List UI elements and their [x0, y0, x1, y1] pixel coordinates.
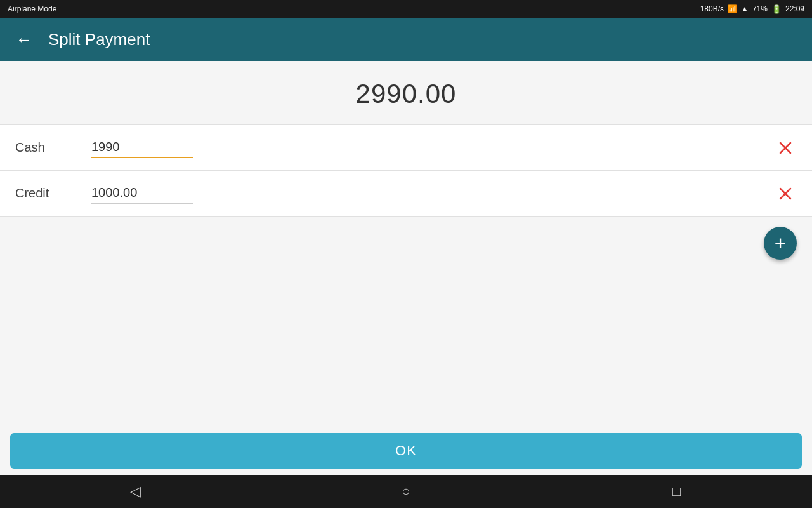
main-content: 2990.00 Cash Credit [0, 61, 812, 437]
cash-delete-button[interactable] [774, 137, 797, 159]
network-speed: 180B/s [700, 4, 724, 13]
credit-row: Credit [0, 171, 812, 217]
nav-back-button[interactable]: ◁ [119, 476, 151, 507]
wifi-icon: ▲ [741, 4, 749, 13]
add-payment-button[interactable]: + [764, 227, 797, 260]
add-button-container: + [0, 217, 812, 270]
ok-button[interactable]: OK [10, 433, 802, 469]
ok-button-container: OK [0, 427, 812, 475]
app-title: Split Payment [48, 30, 150, 50]
cash-input-wrapper [91, 137, 774, 158]
payment-rows: Cash Credit [0, 125, 812, 217]
battery-icon: 🔋 [771, 4, 782, 14]
cash-row: Cash [0, 125, 812, 171]
clock: 22:09 [785, 4, 804, 13]
status-bar-right: 180B/s 📶 ▲ 71% 🔋 22:09 [700, 4, 804, 14]
credit-input[interactable] [91, 183, 193, 204]
bottom-nav: ◁ ○ □ [0, 475, 812, 508]
back-button[interactable]: ← [13, 28, 36, 51]
status-bar-left: Airplane Mode [8, 4, 56, 13]
nav-home-button[interactable]: ○ [390, 476, 422, 507]
credit-delete-button[interactable] [774, 182, 797, 205]
total-amount: 2990.00 [356, 79, 457, 109]
cash-input[interactable] [91, 137, 193, 158]
credit-label: Credit [15, 186, 91, 201]
nav-recent-button[interactable]: □ [661, 476, 693, 507]
cash-label: Cash [15, 140, 91, 155]
total-amount-container: 2990.00 [0, 61, 812, 125]
status-bar: Airplane Mode 180B/s 📶 ▲ 71% 🔋 22:09 [0, 0, 812, 18]
airplane-mode-label: Airplane Mode [8, 4, 56, 13]
battery-percent: 71% [752, 4, 768, 13]
app-bar: ← Split Payment [0, 18, 812, 61]
signal-icon: 📶 [728, 4, 737, 13]
credit-input-wrapper [91, 183, 774, 204]
